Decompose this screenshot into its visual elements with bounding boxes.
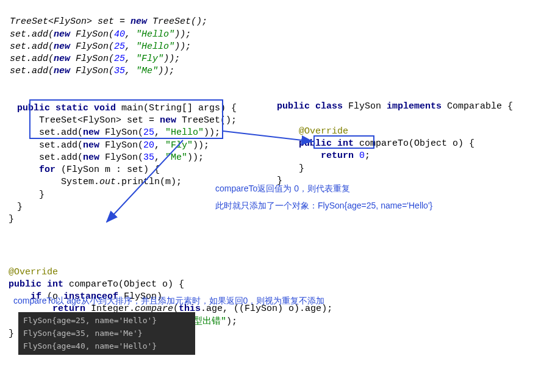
terminal-output: FlySon{age=25, name='Hello'} FlySon{age=… <box>18 312 195 355</box>
main-close-brace: } <box>9 213 538 226</box>
terminal-line: FlySon{age=40, name='Hello'} <box>23 340 190 353</box>
caption-return0: compareTo返回值为 0，则代表重复 <box>215 183 350 194</box>
terminal-line: FlySon{age=35, name='Me'} <box>23 327 190 340</box>
terminal-line: FlySon{age=25, name='Hello'} <box>23 315 190 327</box>
flyson-class-block: public class FlySon implements Comparabl… <box>277 88 513 187</box>
caption-only-one: 此时就只添加了一个对象：FlySon{age=25, name='Hello'} <box>215 200 432 212</box>
caption-sort-age: compareTo以 age从小到大排序，并且添加元素时，如果返回0，则视为重复… <box>13 295 324 307</box>
top-code-block: TreeSet<FlySon> set = new TreeSet(); set… <box>10 4 538 78</box>
